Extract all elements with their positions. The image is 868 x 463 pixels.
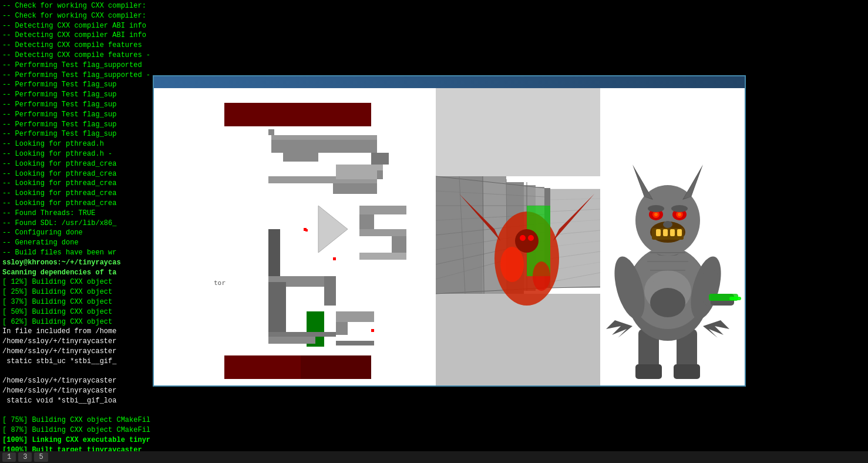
term-line: [ 50%] Building CXX object (2, 307, 150, 317)
term-line: -- Check for working CXX compiler: /usr/… (2, 11, 150, 21)
svg-rect-1 (224, 103, 371, 126)
player-label: tor (214, 279, 226, 287)
svg-rect-4 (371, 153, 389, 165)
svg-rect-25 (336, 322, 348, 335)
monster-sprite (588, 153, 746, 387)
svg-rect-33 (377, 170, 383, 179)
term-line: -- Build files have been wr (2, 248, 150, 258)
svg-rect-5 (283, 153, 318, 162)
term-line: [ 87%] Building CXX object CMakeFiles/ti… (2, 425, 150, 435)
map-svg: tor (154, 88, 436, 387)
svg-rect-26 (304, 228, 307, 231)
map-area: tor (154, 88, 436, 387)
svg-rect-80 (674, 364, 700, 379)
term-line: ssloy@khronos:~/+/tinyraycas (2, 258, 150, 268)
term-line: /home/ssloy/+/tinyraycaster (2, 376, 150, 386)
term-line: -- Looking for pthread_crea (2, 189, 150, 199)
tab-5[interactable]: 5 (34, 452, 48, 462)
svg-rect-79 (635, 364, 662, 379)
svg-point-85 (650, 288, 685, 317)
term-line: /home/ssloy/+/tinyraycaster (2, 386, 150, 396)
term-line: [ 37%] Building CXX object (2, 297, 150, 307)
term-line: -- Performing Test flag_supported (2, 61, 150, 71)
svg-rect-20 (301, 355, 371, 379)
svg-rect-35 (436, 294, 600, 387)
term-line: -- Performing Test flag_supported - Succ… (2, 71, 150, 80)
term-line: -- Looking for pthread_crea (2, 169, 150, 179)
term-line: -- Looking for pthread.h (2, 139, 150, 149)
game-window: tor (153, 75, 746, 387)
svg-point-112 (671, 205, 688, 212)
term-line: -- Detecting CXX compile features (2, 41, 150, 51)
term-line: -- Detecting CXX compiler ABI info (2, 21, 150, 31)
monster-svg (588, 153, 746, 387)
svg-rect-16 (359, 229, 406, 236)
term-line: -- Performing Test flag_sup (2, 90, 150, 100)
svg-point-102 (654, 213, 658, 216)
term-line: -- Configuring done (2, 228, 150, 238)
term-line: [ 12%] Building CXX object (2, 277, 150, 287)
term-line: -- Found SDL: /usr/lib/x86_ (2, 219, 150, 229)
tab-bar: 1 3 5 (0, 451, 868, 463)
svg-point-76 (528, 235, 534, 241)
term-line: [ 75%] Building CXX object CMakeFiles/ti… (2, 415, 150, 425)
svg-rect-14 (359, 206, 406, 214)
svg-rect-30 (268, 332, 336, 337)
svg-point-74 (515, 229, 539, 253)
term-line: [ 62%] Building CXX object (2, 317, 150, 327)
svg-rect-114 (729, 297, 741, 300)
term-line: -- Looking for pthread_crea (2, 199, 150, 209)
term-line: -- Performing Test flag_sup (2, 80, 150, 90)
term-line: -- Looking for pthread.h - (2, 149, 150, 159)
svg-rect-13 (324, 276, 336, 306)
svg-point-73 (533, 261, 550, 291)
term-line: Scanning dependencies of ta (2, 268, 150, 278)
game-titlebar (154, 76, 745, 88)
term-line: -- Generating done (2, 238, 150, 248)
svg-rect-108 (670, 229, 675, 236)
term-line (2, 366, 150, 376)
svg-rect-24 (336, 311, 374, 322)
svg-point-103 (678, 213, 681, 216)
term-line: -- Performing Test flag_sup (2, 110, 150, 120)
svg-rect-36 (436, 88, 600, 176)
tab-3[interactable]: 3 (18, 452, 32, 462)
svg-rect-109 (677, 229, 682, 236)
term-line: -- Check for working CXX compiler: /usr/… (2, 1, 150, 11)
term-line: static void *stbi__gif_loa (2, 396, 150, 406)
svg-rect-3 (271, 135, 377, 140)
svg-rect-11 (268, 229, 280, 276)
svg-marker-88 (606, 320, 633, 338)
svg-rect-15 (359, 214, 374, 229)
svg-rect-8 (336, 165, 383, 179)
svg-rect-107 (663, 229, 668, 236)
term-line: -- Detecting CXX compiler ABI info - don… (2, 31, 150, 41)
term-line: -- Performing Test flag_sup (2, 120, 150, 130)
svg-marker-95 (682, 165, 703, 200)
term-line: -- Detecting CXX compile features - done (2, 51, 150, 61)
svg-rect-27 (333, 257, 336, 260)
svg-marker-89 (703, 320, 729, 338)
terminal: -- Check for working CXX compiler: /usr/… (0, 0, 153, 463)
view-3d-area (436, 88, 746, 387)
svg-point-111 (648, 205, 664, 212)
svg-point-75 (520, 235, 526, 241)
term-line: -- Looking for pthread_crea (2, 159, 150, 169)
term-line: In file included from /home (2, 327, 150, 337)
svg-rect-28 (371, 329, 374, 332)
tab-1[interactable]: 1 (2, 452, 16, 462)
term-line: -- Looking for pthread_crea (2, 179, 150, 189)
term-line: static stbi_uc *stbi__gif_ (2, 357, 150, 367)
term-line: [ 25%] Building CXX object (2, 287, 150, 297)
term-line: -- Performing Test flag_sup (2, 129, 150, 139)
term-line: /home/ssloy/+/tinyraycaster (2, 337, 150, 347)
svg-point-110 (663, 221, 672, 228)
svg-rect-106 (656, 229, 661, 236)
svg-rect-7 (333, 183, 377, 194)
term-line: -- Performing Test flag_sup (2, 100, 150, 110)
svg-rect-29 (268, 282, 286, 332)
svg-rect-18 (359, 253, 406, 260)
svg-rect-31 (336, 341, 374, 345)
term-line (2, 406, 150, 416)
svg-point-72 (500, 247, 524, 282)
